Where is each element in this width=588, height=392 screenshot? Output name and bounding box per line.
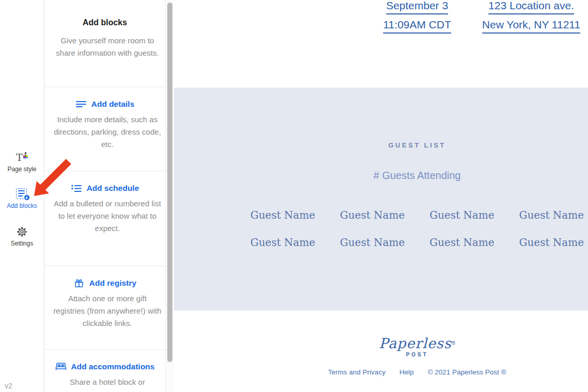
add-accommodations-button[interactable]: Add accommodations xyxy=(52,350,158,371)
panel-section-add-accommodations: Add accommodations Share a hotel block o… xyxy=(44,349,165,392)
bed-icon xyxy=(55,362,67,371)
text-style-icon: T xyxy=(0,151,44,164)
guest-name: Guest Name xyxy=(238,209,328,221)
guest-list-header: GUEST LIST xyxy=(210,88,588,149)
sidebar-item-settings[interactable]: Settings xyxy=(0,225,44,247)
sidebar-item-label: Add blocks xyxy=(0,202,44,209)
guest-name: Guest Name xyxy=(417,236,507,249)
guest-name: Guest Name xyxy=(507,236,588,249)
event-address-link[interactable]: 123 Location ave. xyxy=(488,0,574,14)
version-label: v2 xyxy=(5,382,12,390)
app-window: T Page style + Add blocks xyxy=(0,0,588,392)
panel-scrollbar-thumb[interactable] xyxy=(167,3,172,362)
logo-script-text: Paperless xyxy=(379,335,452,351)
add-details-button[interactable]: Add details xyxy=(52,87,158,109)
paperless-post-logo: Paperless® POST xyxy=(174,335,588,357)
sidebar-item-label: Page style xyxy=(0,166,44,173)
help-link[interactable]: Help xyxy=(400,368,414,376)
guests-attending-count: # Guests Attending xyxy=(210,170,588,182)
event-page-preview: September 3 11:09AM CDT 123 Location ave… xyxy=(174,0,588,392)
panel-section-add-registry: Add registry Attach one or more gift reg… xyxy=(44,266,165,349)
panel-description: Give yourself more room to share informa… xyxy=(52,35,163,59)
section-label: Add registry xyxy=(89,279,136,288)
guest-name: Guest Name xyxy=(238,236,328,249)
logo-sub-text: POST xyxy=(210,352,588,357)
section-description: Attach one or more gift registries (from… xyxy=(52,292,163,330)
event-date-link[interactable]: September 3 xyxy=(386,0,448,14)
preview-footer: Terms and Privacy Help © 2021 Paperless … xyxy=(174,368,588,376)
guest-grid: Guest Name Guest Name Guest Name Guest N… xyxy=(238,209,588,249)
section-label: Add schedule xyxy=(87,184,139,193)
editor-sidebar: T Page style + Add blocks xyxy=(0,0,44,392)
guest-name: Guest Name xyxy=(507,209,588,221)
details-lines-icon xyxy=(75,100,87,109)
sidebar-item-label: Settings xyxy=(0,240,44,247)
schedule-list-icon xyxy=(71,184,82,193)
gift-icon xyxy=(73,279,85,288)
terms-privacy-link[interactable]: Terms and Privacy xyxy=(328,368,386,376)
section-label: Add details xyxy=(91,100,135,109)
section-description: Add a bulleted or numbered list to let e… xyxy=(52,198,163,235)
event-location: 123 Location ave. New York, NY 11211 xyxy=(459,0,588,34)
guest-name: Guest Name xyxy=(417,209,507,221)
panel-section-add-details: Add details Include more details, such a… xyxy=(44,87,165,171)
add-registry-button[interactable]: Add registry xyxy=(52,266,158,288)
sidebar-item-page-style[interactable]: T Page style xyxy=(0,151,44,173)
logo-registered-mark: ® xyxy=(452,340,455,346)
section-description: Include more details, such as directions… xyxy=(52,113,163,151)
section-description: Share a hotel block or xyxy=(52,376,163,388)
panel-title: Add blocks xyxy=(52,0,158,27)
panel-section-add-schedule: Add schedule Add a bulleted or numbered … xyxy=(44,171,165,266)
guest-list-block: GUEST LIST # Guests Attending Guest Name… xyxy=(174,88,588,311)
section-label: Add accommodations xyxy=(71,362,155,371)
event-city-link[interactable]: New York, NY 11211 xyxy=(482,19,580,34)
panel-scrollbar-track[interactable] xyxy=(165,0,174,392)
add-schedule-button[interactable]: Add schedule xyxy=(52,171,158,193)
add-blocks-icon: + xyxy=(0,188,44,200)
sidebar-item-add-blocks[interactable]: + Add blocks xyxy=(0,188,44,209)
panel-intro: Add blocks Give yourself more room to sh… xyxy=(44,0,165,87)
add-blocks-panel: Add blocks Give yourself more room to sh… xyxy=(44,0,165,392)
guest-name: Guest Name xyxy=(328,236,418,249)
guest-name: Guest Name xyxy=(328,209,418,221)
gear-icon xyxy=(0,225,44,238)
copyright-text: © 2021 Paperless Post ® xyxy=(427,368,506,376)
event-time-link[interactable]: 11:09AM CDT xyxy=(383,19,451,34)
